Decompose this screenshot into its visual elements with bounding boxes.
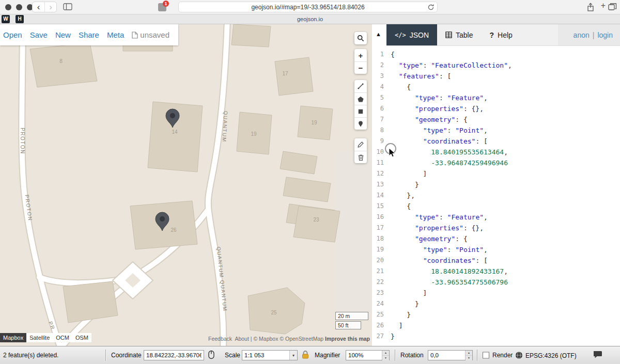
auth-separator: |: [593, 31, 595, 39]
building-number-8: 8: [59, 58, 63, 64]
pinned-tab-w[interactable]: W: [2, 15, 10, 23]
trash-icon: [358, 154, 364, 161]
magnifier-down-button[interactable]: ▼: [382, 356, 389, 360]
tab-help[interactable]: ? Help: [482, 24, 521, 45]
tab-table[interactable]: Table: [437, 24, 481, 45]
new-tab-icon[interactable]: +: [601, 1, 606, 10]
menu-save[interactable]: Save: [30, 30, 48, 39]
layer-satellite[interactable]: Satellite: [26, 333, 53, 342]
about-link[interactable]: About: [235, 336, 249, 342]
editor-tab-bar: </> JSON Table ? Help anon | login: [386, 24, 620, 46]
nav-buttons: ‹ ›: [32, 2, 57, 12]
unsaved-label: unsaved: [140, 30, 169, 39]
table-icon: [445, 31, 452, 38]
menu-open[interactable]: Open: [3, 30, 22, 39]
edit-layers-button[interactable]: [354, 138, 367, 151]
browser-tab-bar: W H geojson.io: [0, 14, 620, 24]
dropdown-arrow-icon[interactable]: ▾: [289, 351, 297, 360]
mouse-position-button[interactable]: [207, 350, 216, 361]
magnifier-value: 100%: [346, 351, 382, 360]
tab-overview-icon[interactable]: [608, 3, 617, 13]
magnifier-up-button[interactable]: ▲: [382, 351, 389, 356]
render-checkbox[interactable]: [483, 352, 489, 359]
close-button[interactable]: [5, 4, 11, 10]
mapbox-link[interactable]: © Mapbox: [253, 336, 278, 342]
anon-label: anon: [574, 31, 590, 39]
url-text: geojson.io/#map=19/-33.96514/18.84026: [251, 4, 364, 11]
improve-map-link[interactable]: Improve this map: [325, 336, 370, 342]
coordinate-input[interactable]: [144, 350, 204, 360]
extension-icon[interactable]: 1: [158, 3, 166, 11]
map-canvas[interactable]: PROTON PROTON PR QUANTUM QUANTUM QUANTUM…: [0, 24, 372, 346]
building-number-19b: 19: [311, 120, 317, 125]
log-messages-button[interactable]: [594, 351, 603, 360]
collapse-panel-button[interactable]: ▲: [376, 31, 381, 37]
tab-json[interactable]: </> JSON: [386, 24, 437, 45]
rotation-down-button[interactable]: ▼: [466, 356, 472, 360]
scale-imperial: 50 ft: [335, 321, 361, 329]
crs-status-button[interactable]: EPSG:4326 (OTF): [515, 352, 577, 359]
scale-combobox[interactable]: 1:1 053 ▾: [242, 350, 298, 360]
extension-badge: 1: [163, 1, 169, 7]
active-tab-title[interactable]: geojson.io: [0, 14, 620, 24]
draw-marker-button[interactable]: [354, 117, 367, 130]
separator: [477, 350, 478, 361]
back-button[interactable]: ‹: [33, 2, 44, 12]
magnifier-spinbox[interactable]: 100% ▲ ▼: [346, 350, 390, 360]
osm-link[interactable]: © OpenStreetMap: [280, 336, 323, 342]
menu-new[interactable]: New: [55, 30, 71, 39]
draw-line-button[interactable]: [354, 80, 367, 92]
coordinate-label: Coordinate: [111, 352, 142, 359]
editor-panel: ▲ </> JSON Table ? Help anon | login: [372, 24, 620, 346]
building-number-23: 23: [313, 217, 319, 223]
rotation-spinbox[interactable]: 0,0 ▲ ▼: [428, 350, 473, 360]
open-area: [336, 151, 372, 315]
pinned-tab-h[interactable]: H: [16, 15, 24, 23]
tab-help-label: Help: [498, 31, 513, 39]
scale-lock-button[interactable]: [301, 350, 309, 360]
sidebar-icon[interactable]: [63, 3, 72, 13]
line-numbers: 1234567891011121314151617181920212223242…: [372, 46, 386, 346]
magnifier-label: Magnifier: [315, 352, 340, 359]
scale-value: 1:1 053: [242, 351, 289, 360]
delete-layers-button[interactable]: [354, 151, 367, 163]
login-link[interactable]: login: [597, 31, 613, 39]
building-number-17: 17: [282, 71, 288, 76]
status-bar: 2 feature(s) deleted. Coordinate Scale 1…: [0, 346, 620, 364]
zoom-in-button[interactable]: +: [354, 49, 367, 61]
help-icon: ?: [490, 31, 494, 39]
minimize-button[interactable]: [16, 4, 22, 10]
map-panel[interactable]: PROTON PROTON PR QUANTUM QUANTUM QUANTUM…: [0, 24, 372, 346]
rotation-up-button[interactable]: ▲: [466, 351, 472, 356]
url-bar[interactable]: geojson.io/#map=19/-33.96514/18.84026: [178, 2, 438, 12]
zoom-control: + −: [354, 49, 367, 74]
draw-rectangle-button[interactable]: [354, 105, 367, 117]
scale-metric: 20 m: [335, 312, 368, 320]
reload-icon[interactable]: [427, 4, 435, 14]
rectangle-tool-icon: [357, 108, 364, 115]
tab-json-label: JSON: [410, 31, 429, 39]
draw-polygon-button[interactable]: [354, 92, 367, 105]
main-area: PROTON PROTON PR QUANTUM QUANTUM QUANTUM…: [0, 24, 620, 346]
rotation-value: 0,0: [428, 351, 465, 360]
search-button[interactable]: [354, 32, 367, 44]
separator: [395, 350, 396, 361]
layer-ocm[interactable]: OCM: [53, 333, 72, 342]
zoom-out-button[interactable]: −: [354, 61, 367, 74]
draw-toolbar: [354, 80, 367, 130]
layer-mapbox[interactable]: Mapbox: [0, 333, 26, 342]
menu-share[interactable]: Share: [79, 30, 99, 39]
menu-meta[interactable]: Meta: [107, 30, 124, 39]
feedback-link[interactable]: Feedback: [208, 336, 232, 342]
share-icon[interactable]: [586, 3, 595, 14]
layer-osm[interactable]: OSM: [72, 333, 91, 342]
edit-pencil-icon: [357, 141, 364, 148]
magnifier-spin-buttons: ▲ ▼: [382, 351, 389, 360]
separator: [105, 350, 106, 361]
search-control: [354, 32, 367, 44]
rotation-spin-buttons: ▲ ▼: [465, 351, 472, 360]
forward-button[interactable]: ›: [44, 2, 56, 12]
building-number-26: 26: [171, 227, 177, 233]
window-controls: [5, 4, 33, 10]
code-lines[interactable]: { "type": "FeatureCollection", "features…: [386, 46, 620, 346]
